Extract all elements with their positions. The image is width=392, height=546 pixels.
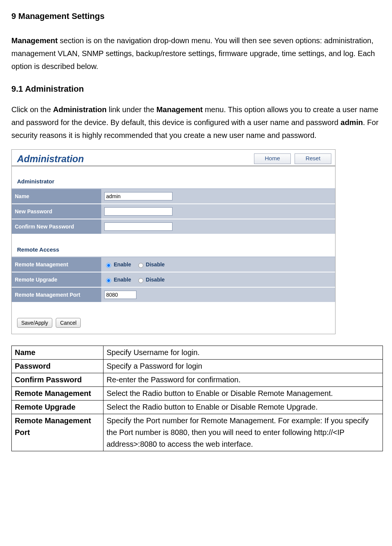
desc-rport-key: Remote Management Port xyxy=(12,414,103,451)
desc-confirm-val: Re-enter the Password for confirmation. xyxy=(103,373,383,387)
intro-paragraph: Management section is on the navigation … xyxy=(11,34,381,73)
panel-header: Administration Home Reset xyxy=(12,150,335,166)
new-password-input[interactable] xyxy=(104,207,172,216)
table-row: Name Specify Username for login. xyxy=(12,346,383,360)
intro-text: section is on the navigation drop-down m… xyxy=(11,36,375,70)
section-remote-access: Remote Access xyxy=(12,235,335,257)
screenshot-panel: Administration Home Reset Administrator … xyxy=(11,149,336,334)
desc-confirm-key: Confirm Password xyxy=(12,373,103,387)
remote-port-input[interactable] xyxy=(104,291,136,299)
label-new-password: New Password xyxy=(12,204,101,219)
reset-button[interactable]: Reset xyxy=(295,153,331,164)
label-remote-port: Remote Management Port xyxy=(12,287,101,302)
radio-rmgmt-enable-label[interactable]: Enable xyxy=(104,261,131,268)
table-row: Remote Upgrade Select the Radio button t… xyxy=(12,401,383,414)
panel-title: Administration xyxy=(17,151,84,166)
footer-buttons: Save/Apply Cancel xyxy=(12,303,335,334)
table-row: Confirm Password Re-enter the Password f… xyxy=(12,373,383,387)
heading-1: 9 Management Settings xyxy=(11,9,381,23)
section-administrator: Administrator xyxy=(12,166,335,189)
home-button[interactable]: Home xyxy=(254,153,291,164)
desc-rmgmt-val: Select the Radio button to Enable or Dis… xyxy=(103,387,383,401)
radio-rupg-enable[interactable] xyxy=(106,278,111,283)
name-input[interactable] xyxy=(104,192,172,200)
radio-rupg-disable[interactable] xyxy=(138,278,143,283)
label-confirm-password: Confirm New Password xyxy=(12,219,101,234)
radio-rupg-disable-label[interactable]: Disable xyxy=(136,277,165,283)
desc-rupg-val: Select the Radio button to Enable or Dis… xyxy=(103,401,383,414)
desc-password-val: Specify a Password for login xyxy=(103,360,383,373)
administrator-table: Name New Password Confirm New Password xyxy=(12,189,335,235)
admin-paragraph: Click on the Administration link under t… xyxy=(11,103,381,142)
label-remote-management: Remote Management xyxy=(12,257,101,272)
radio-rupg-enable-label[interactable]: Enable xyxy=(104,277,131,283)
heading-2: 9.1 Administration xyxy=(11,82,381,95)
desc-rport-val: Specify the Port number for Remote Manag… xyxy=(103,414,383,451)
table-row: Password Specify a Password for login xyxy=(12,360,383,373)
table-row: Remote Management Select the Radio butto… xyxy=(12,387,383,401)
save-apply-button[interactable]: Save/Apply xyxy=(17,318,52,328)
confirm-password-input[interactable] xyxy=(104,222,172,231)
desc-rupg-key: Remote Upgrade xyxy=(12,401,103,414)
radio-rmgmt-enable[interactable] xyxy=(106,263,111,268)
desc-name-val: Specify Username for login. xyxy=(103,346,383,360)
desc-name-key: Name xyxy=(12,346,103,360)
label-name: Name xyxy=(12,189,101,204)
label-remote-upgrade: Remote Upgrade xyxy=(12,272,101,287)
desc-rmgmt-key: Remote Management xyxy=(12,387,103,401)
radio-rmgmt-disable-label[interactable]: Disable xyxy=(136,261,165,268)
description-table: Name Specify Username for login. Passwor… xyxy=(11,346,383,451)
remote-access-table: Remote Management Enable Disable Remote … xyxy=(12,257,335,303)
cancel-button[interactable]: Cancel xyxy=(56,318,81,328)
intro-bold: Management xyxy=(11,36,58,45)
radio-rmgmt-disable[interactable] xyxy=(138,263,143,268)
table-row: Remote Management Port Specify the Port … xyxy=(12,414,383,451)
desc-password-key: Password xyxy=(12,360,103,373)
